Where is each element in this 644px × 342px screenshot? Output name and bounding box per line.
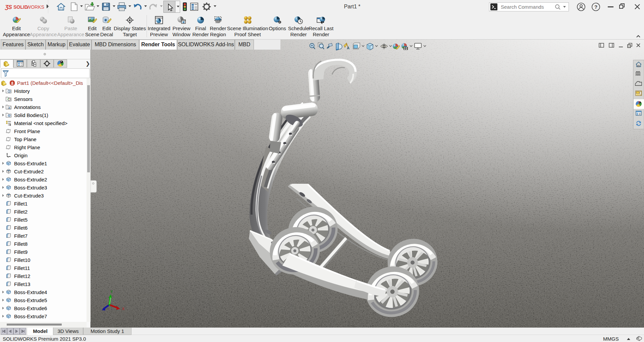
- svg-text:WORKS: WORKS: [26, 4, 44, 10]
- svg-text:ƷS: ƷS: [5, 4, 12, 10]
- svg-text:X: X: [122, 307, 125, 311]
- svg-text:Y: Y: [110, 290, 113, 294]
- svg-text:?: ?: [594, 4, 597, 10]
- svg-text:SOLID: SOLID: [13, 4, 28, 10]
- svg-text:A: A: [347, 46, 350, 50]
